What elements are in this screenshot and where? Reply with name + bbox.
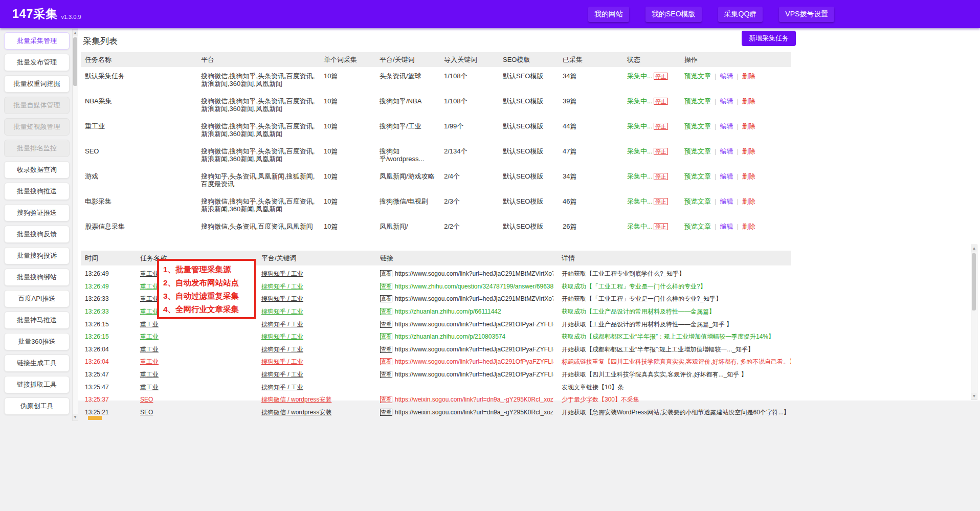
- horizontal-scrollbar-thumb[interactable]: [88, 416, 102, 420]
- add-task-button[interactable]: 新增采集任务: [742, 31, 796, 46]
- nav-item[interactable]: VPS拨号设置: [779, 7, 834, 22]
- log-platform-keyword-cell[interactable]: 搜狗知乎 / 工业: [257, 293, 376, 305]
- log-platform-keyword-cell[interactable]: 搜狗知乎 / 工业: [257, 381, 376, 393]
- delete-link[interactable]: 删除: [742, 147, 755, 155]
- sidebar-item[interactable]: 伪原创工具: [4, 397, 70, 415]
- preview-article-link[interactable]: 预览文章: [684, 97, 711, 105]
- log-platform-keyword-cell[interactable]: 搜狗知乎 / 工业: [257, 343, 376, 356]
- nav-item[interactable]: 我的网站: [588, 7, 629, 22]
- log-url-link[interactable]: https://weixin.sogou.com/link?url=dn9a_-…: [395, 409, 553, 416]
- edit-link[interactable]: 编辑: [720, 197, 733, 205]
- log-platform-keyword-cell[interactable]: 搜狗知乎 / 工业: [257, 368, 376, 381]
- scroll-up-icon[interactable]: ▲: [73, 30, 78, 36]
- delete-link[interactable]: 删除: [742, 72, 755, 80]
- log-task-cell[interactable]: 重工业: [136, 318, 257, 330]
- edit-link[interactable]: 编辑: [720, 72, 733, 80]
- sidebar-item[interactable]: 链接抓取工具: [4, 376, 70, 393]
- edit-link[interactable]: 编辑: [720, 147, 733, 155]
- view-tag-button[interactable]: 查看: [380, 409, 392, 416]
- log-url-link[interactable]: https://zhuanlan.zhihu.com/p/210803574: [395, 333, 505, 340]
- log-platform-keyword-cell[interactable]: 搜狗微信 / wordpress安装: [257, 406, 376, 418]
- edit-link[interactable]: 编辑: [720, 97, 733, 105]
- stop-button[interactable]: 停止: [654, 98, 668, 105]
- preview-article-link[interactable]: 预览文章: [684, 197, 711, 205]
- view-tag-button[interactable]: 查看: [380, 371, 392, 378]
- preview-article-link[interactable]: 预览文章: [684, 172, 711, 180]
- stop-button[interactable]: 停止: [654, 198, 668, 205]
- sidebar-item[interactable]: 搜狗验证推送: [4, 204, 70, 221]
- sidebar-scrollbar-thumb[interactable]: [73, 37, 77, 86]
- log-platform-keyword-cell[interactable]: 搜狗知乎 / 工业: [257, 330, 376, 343]
- sidebar-item[interactable]: 批量神马推送: [4, 312, 70, 329]
- preview-article-link[interactable]: 预览文章: [684, 223, 711, 230]
- stop-button[interactable]: 停止: [654, 123, 668, 130]
- preview-article-link[interactable]: 预览文章: [684, 147, 711, 155]
- sidebar-item[interactable]: 批量采集管理: [4, 32, 70, 50]
- log-url-link[interactable]: https://zhuanlan.zhihu.com/p/66111442: [395, 308, 501, 315]
- view-tag-button[interactable]: 查看: [380, 358, 392, 365]
- log-url-link[interactable]: https://www.sogou.com/link?url=hedJjaC29…: [395, 270, 553, 277]
- log-platform-keyword-cell[interactable]: 搜狗知乎 / 工业: [257, 305, 376, 318]
- sidebar-scrollbar[interactable]: ▲ ▼: [72, 29, 78, 421]
- sidebar-item[interactable]: 收录数据查询: [4, 161, 70, 179]
- log-task-cell[interactable]: SEO: [136, 406, 257, 418]
- delete-link[interactable]: 删除: [742, 172, 755, 180]
- log-url-link[interactable]: https://www.sogou.com/link?url=hedJjaC29…: [395, 358, 553, 365]
- log-row: 13:26:15重工业搜狗知乎 / 工业查看https://zhuanlan.z…: [81, 330, 791, 343]
- sidebar-item[interactable]: 批量搜狗推送: [4, 183, 70, 200]
- edit-link[interactable]: 编辑: [720, 172, 733, 180]
- scroll-up-icon[interactable]: ▲: [971, 245, 977, 252]
- log-url-link[interactable]: https://www.sogou.com/link?url=hedJjaC29…: [395, 295, 553, 302]
- log-task-cell[interactable]: 重工业: [136, 330, 257, 343]
- log-url-link[interactable]: https://www.sogou.com/link?url=hedJjaC29…: [395, 346, 553, 353]
- delete-link[interactable]: 删除: [742, 223, 755, 230]
- sidebar-item[interactable]: 批量权重词挖掘: [4, 75, 70, 93]
- sidebar-item[interactable]: 批量搜狗反馈: [4, 226, 70, 243]
- sidebar-item[interactable]: 批量搜狗投诉: [4, 247, 70, 264]
- view-tag-button[interactable]: 查看: [380, 295, 392, 302]
- view-tag-button[interactable]: 查看: [380, 270, 392, 277]
- scroll-down-icon[interactable]: ▼: [971, 393, 977, 399]
- log-task-cell[interactable]: 重工业: [136, 381, 257, 393]
- preview-article-link[interactable]: 预览文章: [684, 122, 711, 130]
- view-tag-button[interactable]: 查看: [380, 333, 392, 340]
- log-url-link[interactable]: https://www.sogou.com/link?url=hedJjaC29…: [395, 321, 553, 328]
- view-tag-button[interactable]: 查看: [380, 396, 392, 403]
- sidebar-item[interactable]: 批量360推送: [4, 333, 70, 350]
- stop-button[interactable]: 停止: [654, 173, 668, 180]
- log-task-cell[interactable]: SEO: [136, 393, 257, 406]
- preview-article-link[interactable]: 预览文章: [684, 72, 711, 80]
- edit-link[interactable]: 编辑: [720, 122, 733, 130]
- view-tag-button[interactable]: 查看: [380, 321, 392, 328]
- sidebar-item[interactable]: 链接生成工具: [4, 354, 70, 372]
- delete-link[interactable]: 删除: [742, 197, 755, 205]
- view-tag-button[interactable]: 查看: [380, 308, 392, 315]
- nav-item[interactable]: 采集QQ群: [718, 7, 763, 22]
- log-platform-keyword-cell[interactable]: 搜狗微信 / wordpress安装: [257, 393, 376, 406]
- log-url-link[interactable]: https://www.sogou.com/link?url=hedJjaC29…: [395, 371, 553, 378]
- delete-link[interactable]: 删除: [742, 97, 755, 105]
- log-platform-keyword-cell[interactable]: 搜狗知乎 / 工业: [257, 356, 376, 368]
- stop-button[interactable]: 停止: [654, 148, 668, 155]
- edit-link[interactable]: 编辑: [720, 223, 733, 230]
- view-tag-button[interactable]: 查看: [380, 346, 392, 353]
- log-platform-keyword-cell[interactable]: 搜狗知乎 / 工业: [257, 318, 376, 330]
- log-url-link[interactable]: https://www.zhihu.com/question/324787199…: [395, 283, 553, 290]
- sidebar-item[interactable]: 批量搜狗绑站: [4, 269, 70, 286]
- stop-button[interactable]: 停止: [654, 223, 668, 230]
- log-task-cell[interactable]: 重工业: [136, 356, 257, 368]
- log-task-cell[interactable]: 重工业: [136, 368, 257, 381]
- log-scrollbar-thumb[interactable]: [972, 253, 976, 310]
- sidebar-item[interactable]: 批量发布管理: [4, 54, 70, 71]
- log-scrollbar[interactable]: ▲ ▼: [971, 245, 977, 400]
- view-tag-button[interactable]: 查看: [380, 283, 392, 290]
- sidebar-item[interactable]: 百度API推送: [4, 290, 70, 307]
- log-task-cell[interactable]: 重工业: [136, 343, 257, 356]
- log-url-link[interactable]: https://weixin.sogou.com/link?url=dn9a_-…: [395, 396, 553, 403]
- delete-link[interactable]: 删除: [742, 122, 755, 130]
- log-platform-keyword-cell[interactable]: 搜狗知乎 / 工业: [257, 268, 376, 280]
- nav-item[interactable]: 我的SEO模版: [645, 7, 702, 22]
- log-platform-keyword-cell[interactable]: 搜狗知乎 / 工业: [257, 280, 376, 293]
- scroll-down-icon[interactable]: ▼: [73, 414, 78, 420]
- stop-button[interactable]: 停止: [654, 73, 668, 80]
